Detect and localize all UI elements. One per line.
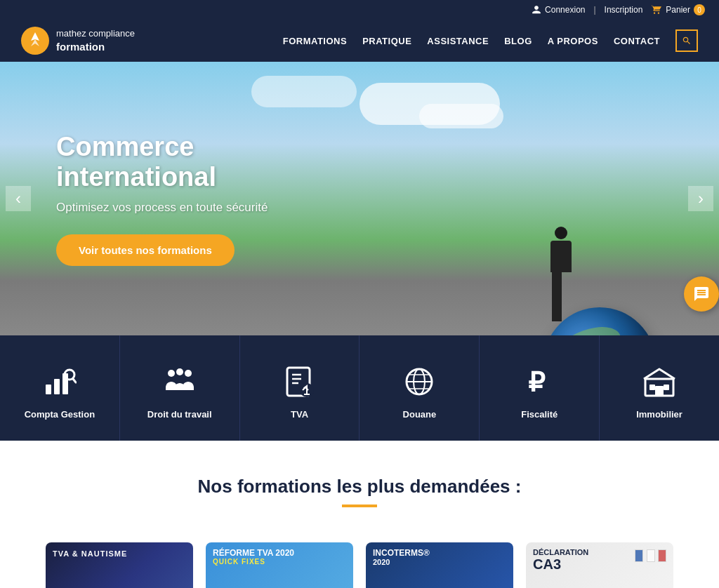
connexion-label: Connexion bbox=[545, 5, 585, 15]
droit-travail-icon bbox=[163, 364, 197, 399]
course-incoterms-label: INCOTERMS® bbox=[373, 548, 430, 558]
nav-assistance[interactable]: ASSISTANCE bbox=[427, 36, 489, 46]
svg-point-8 bbox=[185, 370, 192, 377]
cat-immobilier-label: Immobilier bbox=[636, 409, 682, 420]
search-icon bbox=[682, 36, 692, 46]
tva-icon bbox=[283, 364, 317, 399]
course-incoterms[interactable]: INCOTERMS® 2020 100% EN LIGNE bbox=[366, 542, 513, 588]
nav-links: FORMATIONS PRATIQUE ASSISTANCE BLOG A PR… bbox=[283, 29, 698, 52]
hero-title: Commerce international bbox=[56, 132, 351, 192]
course-declaration[interactable]: DÉCLARATION CA3 bbox=[526, 542, 673, 588]
nav-blog[interactable]: BLOG bbox=[504, 36, 532, 46]
nav-formations[interactable]: FORMATIONS bbox=[283, 36, 347, 46]
svg-point-7 bbox=[176, 368, 183, 375]
nav-contact[interactable]: CONTACT bbox=[614, 36, 660, 46]
cat-fiscalite-label: Fiscalité bbox=[521, 409, 558, 420]
top-bar: Connexion | Inscription Panier 0 bbox=[0, 0, 719, 20]
hero-section: ‹ Commerce international Optimisez vos p… bbox=[0, 62, 719, 335]
svg-line-5 bbox=[73, 379, 76, 382]
svg-rect-24 bbox=[655, 386, 664, 396]
cart-icon bbox=[651, 5, 662, 15]
cat-compta-gestion[interactable]: Compta Gestion bbox=[0, 335, 120, 441]
cat-droit-travail[interactable]: Droit du travail bbox=[120, 335, 240, 441]
course-declaration-sub: CA3 bbox=[533, 556, 588, 573]
cat-tva-label: TVA bbox=[291, 409, 308, 420]
svg-rect-23 bbox=[664, 385, 669, 390]
chat-icon bbox=[693, 286, 710, 302]
course-tva-nautisme[interactable]: TVA & NAUTISME bbox=[46, 542, 193, 588]
cart-badge: 0 bbox=[694, 4, 705, 15]
course-reforme-tva[interactable]: RÉFORME TVA 2020 QUICK FIXES bbox=[206, 542, 353, 588]
immobilier-icon bbox=[642, 364, 676, 399]
logo-icon bbox=[21, 27, 49, 55]
chat-float-button[interactable] bbox=[684, 276, 719, 312]
hero-prev-button[interactable]: ‹ bbox=[6, 186, 31, 211]
fiscalite-icon: ₽ bbox=[522, 364, 556, 399]
hero-next-button[interactable]: › bbox=[688, 186, 713, 211]
course-reforme-label: RÉFORME TVA 2020 bbox=[213, 548, 294, 558]
hero-content: Commerce international Optimisez vos pro… bbox=[0, 132, 351, 266]
course-tva-label: TVA & NAUTISME bbox=[53, 549, 186, 558]
svg-text:₽: ₽ bbox=[528, 368, 546, 397]
logo[interactable]: mathez compliance formation bbox=[21, 27, 135, 55]
user-icon bbox=[532, 5, 541, 15]
cat-droit-travail-label: Droit du travail bbox=[147, 409, 212, 420]
courses-grid: TVA & NAUTISME RÉFORME TVA 2020 QUICK FI… bbox=[0, 542, 719, 588]
nav-apropos[interactable]: A PROPOS bbox=[548, 36, 598, 46]
section-underline bbox=[342, 505, 377, 507]
svg-rect-22 bbox=[649, 385, 655, 390]
compta-gestion-icon bbox=[43, 364, 77, 399]
svg-point-6 bbox=[168, 370, 175, 377]
hero-cta-button[interactable]: Voir toutes nos formations bbox=[56, 234, 235, 266]
search-button[interactable] bbox=[675, 29, 698, 52]
separator: | bbox=[593, 5, 595, 15]
main-nav: mathez compliance formation FORMATIONS P… bbox=[0, 20, 719, 62]
logo-text: mathez compliance formation bbox=[56, 28, 135, 54]
cat-douane-label: Douane bbox=[403, 409, 437, 420]
cat-douane[interactable]: Douane bbox=[360, 335, 480, 441]
course-incoterms-sub: 2020 bbox=[373, 558, 430, 566]
course-reforme-sub: QUICK FIXES bbox=[213, 558, 294, 566]
course-declaration-label: DÉCLARATION bbox=[533, 548, 588, 556]
cat-fiscalite[interactable]: ₽ Fiscalité bbox=[480, 335, 600, 441]
connexion-link[interactable]: Connexion bbox=[532, 5, 585, 15]
cat-compta-gestion-label: Compta Gestion bbox=[25, 409, 95, 420]
categories-bar: Compta Gestion Droit du travail bbox=[0, 335, 719, 441]
nav-pratique[interactable]: PRATIQUE bbox=[362, 36, 411, 46]
popular-section: Nos formations les plus demandées : bbox=[0, 441, 719, 542]
inscription-label[interactable]: Inscription bbox=[605, 5, 643, 15]
cart-link[interactable]: Panier 0 bbox=[651, 4, 705, 15]
svg-rect-1 bbox=[46, 385, 51, 394]
section-title: Nos formations les plus demandées : bbox=[14, 476, 705, 497]
hero-subtitle: Optimisez vos process en toute sécurité bbox=[56, 201, 351, 215]
cat-tva[interactable]: TVA bbox=[240, 335, 360, 441]
douane-icon bbox=[402, 364, 436, 399]
svg-rect-2 bbox=[54, 379, 60, 394]
panier-label: Panier bbox=[666, 5, 690, 15]
cat-immobilier[interactable]: Immobilier bbox=[600, 335, 719, 441]
